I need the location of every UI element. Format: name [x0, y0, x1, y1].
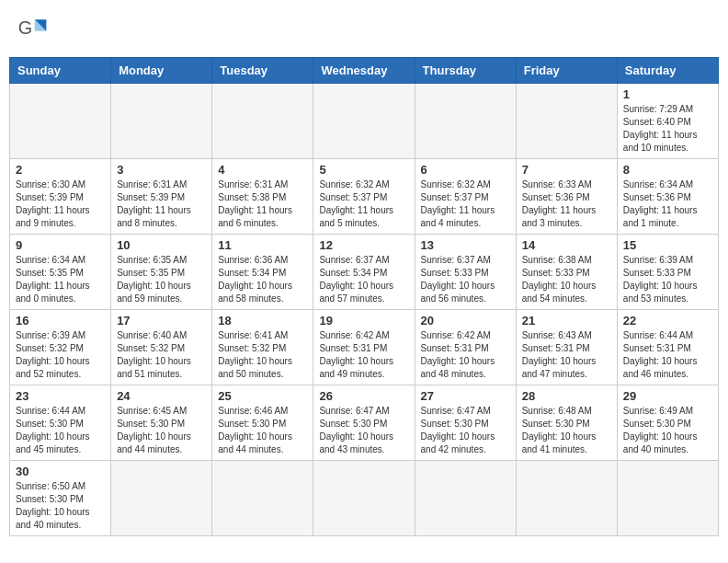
calendar-day-cell: 5Sunrise: 6:32 AM Sunset: 5:37 PM Daylig… — [313, 159, 415, 235]
day-number: 18 — [218, 314, 307, 327]
calendar-day-cell: 21Sunrise: 6:43 AM Sunset: 5:31 PM Dayli… — [516, 310, 617, 385]
calendar-header-row: SundayMondayTuesdayWednesdayThursdayFrid… — [10, 58, 719, 84]
calendar-header-tuesday: Tuesday — [212, 58, 313, 84]
calendar-day-cell: 24Sunrise: 6:45 AM Sunset: 5:30 PM Dayli… — [111, 385, 212, 461]
day-number: 1 — [623, 87, 712, 101]
calendar-day-cell: 26Sunrise: 6:47 AM Sunset: 5:30 PM Dayli… — [313, 385, 415, 461]
day-number: 11 — [218, 238, 307, 252]
day-number: 19 — [319, 314, 408, 327]
day-info: Sunrise: 6:35 AM Sunset: 5:35 PM Dayligh… — [117, 254, 206, 305]
calendar-week-row: 30Sunrise: 6:50 AM Sunset: 5:30 PM Dayli… — [10, 461, 719, 536]
day-number: 17 — [117, 314, 206, 327]
calendar-day-cell — [212, 461, 313, 536]
calendar-day-cell: 9Sunrise: 6:34 AM Sunset: 5:35 PM Daylig… — [10, 235, 111, 310]
day-info: Sunrise: 6:34 AM Sunset: 5:36 PM Dayligh… — [623, 178, 712, 230]
day-number: 12 — [319, 238, 408, 252]
day-number: 5 — [319, 163, 408, 177]
calendar-day-cell — [111, 84, 212, 159]
calendar-week-row: 1Sunrise: 7:29 AM Sunset: 6:40 PM Daylig… — [10, 84, 719, 159]
calendar-day-cell: 12Sunrise: 6:37 AM Sunset: 5:34 PM Dayli… — [313, 235, 415, 310]
calendar-header-thursday: Thursday — [415, 58, 516, 84]
day-info: Sunrise: 6:34 AM Sunset: 5:35 PM Dayligh… — [16, 254, 105, 305]
day-info: Sunrise: 6:41 AM Sunset: 5:32 PM Dayligh… — [218, 329, 307, 381]
day-number: 30 — [16, 465, 105, 478]
calendar-week-row: 23Sunrise: 6:44 AM Sunset: 5:30 PM Dayli… — [10, 385, 719, 461]
calendar-day-cell: 6Sunrise: 6:32 AM Sunset: 5:37 PM Daylig… — [415, 159, 516, 235]
calendar-header-sunday: Sunday — [10, 58, 111, 84]
day-info: Sunrise: 6:47 AM Sunset: 5:30 PM Dayligh… — [319, 405, 408, 456]
calendar-day-cell — [212, 84, 313, 159]
calendar-day-cell: 23Sunrise: 6:44 AM Sunset: 5:30 PM Dayli… — [10, 385, 111, 461]
day-number: 28 — [522, 389, 611, 403]
day-info: Sunrise: 6:33 AM Sunset: 5:36 PM Dayligh… — [522, 178, 611, 230]
day-number: 3 — [117, 163, 206, 177]
calendar-day-cell: 4Sunrise: 6:31 AM Sunset: 5:38 PM Daylig… — [212, 159, 313, 235]
day-info: Sunrise: 6:45 AM Sunset: 5:30 PM Dayligh… — [117, 405, 206, 456]
day-info: Sunrise: 6:39 AM Sunset: 5:33 PM Dayligh… — [623, 254, 712, 305]
day-info: Sunrise: 6:30 AM Sunset: 5:39 PM Dayligh… — [16, 178, 105, 230]
calendar-day-cell — [10, 84, 111, 159]
day-info: Sunrise: 6:37 AM Sunset: 5:33 PM Dayligh… — [421, 254, 510, 305]
day-number: 4 — [218, 163, 307, 177]
day-info: Sunrise: 6:43 AM Sunset: 5:31 PM Dayligh… — [522, 329, 611, 381]
day-number: 8 — [623, 163, 712, 177]
logo: G — [17, 13, 53, 46]
day-number: 22 — [623, 314, 712, 327]
day-info: Sunrise: 6:48 AM Sunset: 5:30 PM Dayligh… — [522, 405, 611, 456]
calendar-header-wednesday: Wednesday — [313, 58, 415, 84]
day-number: 15 — [623, 238, 712, 252]
day-info: Sunrise: 7:29 AM Sunset: 6:40 PM Dayligh… — [623, 103, 712, 155]
day-info: Sunrise: 6:38 AM Sunset: 5:33 PM Dayligh… — [522, 254, 611, 305]
day-info: Sunrise: 6:44 AM Sunset: 5:30 PM Dayligh… — [16, 405, 105, 456]
day-number: 13 — [421, 238, 510, 252]
calendar-day-cell: 8Sunrise: 6:34 AM Sunset: 5:36 PM Daylig… — [617, 159, 718, 235]
day-number: 10 — [117, 238, 206, 252]
day-info: Sunrise: 6:42 AM Sunset: 5:31 PM Dayligh… — [421, 329, 510, 381]
day-number: 2 — [16, 163, 105, 177]
calendar-day-cell: 15Sunrise: 6:39 AM Sunset: 5:33 PM Dayli… — [617, 235, 718, 310]
calendar-day-cell — [415, 84, 516, 159]
day-number: 20 — [421, 314, 510, 327]
day-number: 24 — [117, 389, 206, 403]
calendar-day-cell — [415, 461, 516, 536]
calendar-day-cell: 18Sunrise: 6:41 AM Sunset: 5:32 PM Dayli… — [212, 310, 313, 385]
calendar-day-cell — [111, 461, 212, 536]
calendar-day-cell: 28Sunrise: 6:48 AM Sunset: 5:30 PM Dayli… — [516, 385, 617, 461]
day-info: Sunrise: 6:31 AM Sunset: 5:38 PM Dayligh… — [218, 178, 307, 230]
calendar-week-row: 16Sunrise: 6:39 AM Sunset: 5:32 PM Dayli… — [10, 310, 719, 385]
day-number: 9 — [16, 238, 105, 252]
calendar-day-cell: 27Sunrise: 6:47 AM Sunset: 5:30 PM Dayli… — [415, 385, 516, 461]
calendar-day-cell: 25Sunrise: 6:46 AM Sunset: 5:30 PM Dayli… — [212, 385, 313, 461]
svg-text:G: G — [18, 17, 32, 38]
day-info: Sunrise: 6:37 AM Sunset: 5:34 PM Dayligh… — [319, 254, 408, 305]
day-number: 23 — [16, 389, 105, 403]
day-info: Sunrise: 6:31 AM Sunset: 5:39 PM Dayligh… — [117, 178, 206, 230]
day-number: 25 — [218, 389, 307, 403]
calendar-day-cell — [313, 84, 415, 159]
day-number: 7 — [522, 163, 611, 177]
day-info: Sunrise: 6:49 AM Sunset: 5:30 PM Dayligh… — [623, 405, 712, 456]
day-number: 29 — [623, 389, 712, 403]
day-number: 21 — [522, 314, 611, 327]
calendar-day-cell: 20Sunrise: 6:42 AM Sunset: 5:31 PM Dayli… — [415, 310, 516, 385]
calendar-day-cell: 1Sunrise: 7:29 AM Sunset: 6:40 PM Daylig… — [617, 84, 718, 159]
day-info: Sunrise: 6:47 AM Sunset: 5:30 PM Dayligh… — [421, 405, 510, 456]
calendar-day-cell: 13Sunrise: 6:37 AM Sunset: 5:33 PM Dayli… — [415, 235, 516, 310]
calendar-day-cell: 2Sunrise: 6:30 AM Sunset: 5:39 PM Daylig… — [10, 159, 111, 235]
calendar-day-cell: 10Sunrise: 6:35 AM Sunset: 5:35 PM Dayli… — [111, 235, 212, 310]
general-blue-logo-icon: G — [17, 13, 50, 46]
calendar-day-cell: 29Sunrise: 6:49 AM Sunset: 5:30 PM Dayli… — [617, 385, 718, 461]
page-header: G — [9, 9, 719, 50]
day-info: Sunrise: 6:40 AM Sunset: 5:32 PM Dayligh… — [117, 329, 206, 381]
calendar-day-cell: 30Sunrise: 6:50 AM Sunset: 5:30 PM Dayli… — [10, 461, 111, 536]
day-number: 27 — [421, 389, 510, 403]
calendar-day-cell: 3Sunrise: 6:31 AM Sunset: 5:39 PM Daylig… — [111, 159, 212, 235]
calendar-week-row: 2Sunrise: 6:30 AM Sunset: 5:39 PM Daylig… — [10, 159, 719, 235]
day-info: Sunrise: 6:50 AM Sunset: 5:30 PM Dayligh… — [16, 480, 105, 532]
calendar-header-friday: Friday — [516, 58, 617, 84]
day-number: 14 — [522, 238, 611, 252]
calendar-day-cell: 16Sunrise: 6:39 AM Sunset: 5:32 PM Dayli… — [10, 310, 111, 385]
day-info: Sunrise: 6:32 AM Sunset: 5:37 PM Dayligh… — [421, 178, 510, 230]
calendar-week-row: 9Sunrise: 6:34 AM Sunset: 5:35 PM Daylig… — [10, 235, 719, 310]
calendar-header-saturday: Saturday — [617, 58, 718, 84]
